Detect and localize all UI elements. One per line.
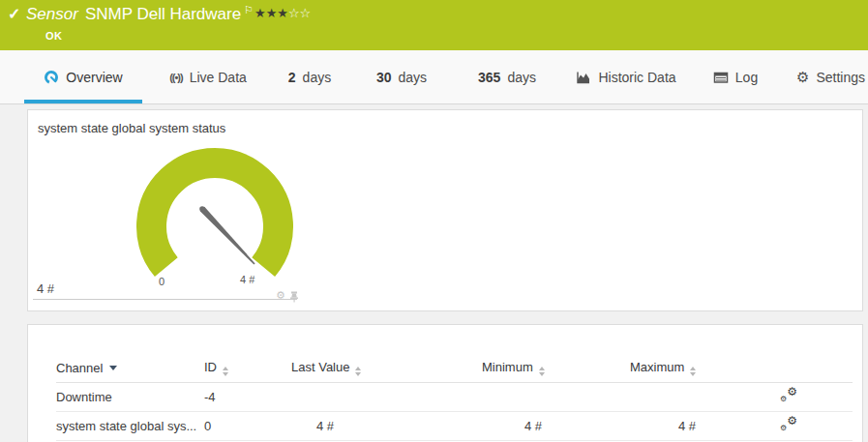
cell-channel[interactable]: system state global sys... bbox=[56, 412, 204, 441]
column-label: ID bbox=[204, 360, 217, 374]
tab-number: 365 bbox=[478, 70, 500, 85]
column-header-channel[interactable]: Channel bbox=[56, 354, 204, 383]
gauge-needle bbox=[200, 207, 255, 265]
gauge-baseline bbox=[33, 299, 297, 300]
sensor-name: SNMP Dell Hardware bbox=[85, 5, 241, 23]
gauge-scale-min: 0 bbox=[159, 276, 165, 287]
column-header-id[interactable]: ID bbox=[204, 354, 291, 383]
tab-label: days bbox=[507, 70, 536, 85]
gear-icon: ⚙ bbox=[780, 396, 787, 403]
tab-label: days bbox=[303, 70, 332, 85]
page-title: SensorSNMP Dell Hardware⚐ bbox=[26, 5, 254, 24]
sensor-tab-bar: Overview ((•)) Live Data 2 days 30 days … bbox=[0, 50, 868, 104]
tab-settings[interactable]: ⚙ Settings bbox=[793, 50, 868, 103]
tab-label: Live Data bbox=[190, 70, 247, 85]
tab-30-days[interactable]: 30 days bbox=[362, 50, 441, 103]
tab-number: 2 bbox=[288, 70, 296, 85]
gauge-scale-max: 4 # bbox=[240, 274, 254, 285]
table-header-row: Channel ID Last Value Minimum Maximum bbox=[56, 354, 853, 383]
tab-historic-data[interactable]: Historic Data bbox=[569, 50, 683, 103]
gear-icon: ⚙ bbox=[787, 415, 797, 427]
gauge-current-value: 4 # bbox=[37, 281, 54, 296]
tab-label: Overview bbox=[66, 70, 122, 85]
tab-2-days[interactable]: 2 days bbox=[274, 50, 345, 103]
column-header-maximum[interactable]: Maximum bbox=[630, 354, 780, 383]
gear-icon: ⚙ bbox=[796, 70, 809, 84]
column-header-last-value[interactable]: Last Value bbox=[291, 354, 482, 383]
gauge-icon bbox=[44, 70, 59, 85]
cell-maximum: 4 # bbox=[630, 412, 780, 441]
gauge-widget-panel: system state global system status 0 4 # … bbox=[27, 109, 863, 311]
cell-channel[interactable]: Downtime bbox=[56, 383, 204, 412]
tab-label: Settings bbox=[816, 70, 865, 85]
column-label: Last Value bbox=[291, 360, 349, 374]
cell-maximum bbox=[630, 383, 780, 412]
sort-icon bbox=[223, 367, 228, 376]
widget-gear-icon[interactable]: ⚙ bbox=[276, 290, 285, 301]
historic-chart-icon bbox=[576, 70, 591, 85]
sensor-status-header: ✓ SensorSNMP Dell Hardware⚐ ★★★☆☆ OK bbox=[0, 0, 868, 50]
tab-overview[interactable]: Overview bbox=[24, 50, 142, 103]
cell-minimum bbox=[482, 383, 630, 412]
table-row[interactable]: system state global sys... 0 4 # 4 # 4 #… bbox=[56, 412, 853, 441]
column-label: Minimum bbox=[482, 360, 533, 374]
gear-icon: ⚙ bbox=[787, 386, 797, 398]
sort-icon bbox=[355, 367, 361, 376]
cell-minimum: 4 # bbox=[482, 412, 630, 441]
log-icon bbox=[713, 70, 729, 85]
tab-label: Historic Data bbox=[598, 70, 675, 85]
column-label: Maximum bbox=[630, 360, 684, 374]
gauge-arc bbox=[152, 163, 279, 268]
tab-label: Log bbox=[735, 70, 758, 85]
channel-table-panel: Channel ID Last Value Minimum Maximum bbox=[27, 324, 863, 442]
status-badge: OK bbox=[45, 30, 63, 42]
channel-table: Channel ID Last Value Minimum Maximum bbox=[56, 354, 853, 441]
sort-icon bbox=[690, 367, 696, 376]
column-header-actions bbox=[780, 354, 853, 383]
widget-pin-icon[interactable] bbox=[289, 291, 299, 303]
flag-icon[interactable]: ⚐ bbox=[244, 4, 254, 15]
priority-stars-empty: ☆☆ bbox=[288, 6, 311, 20]
gauge-needle-pivot bbox=[199, 206, 205, 212]
sort-icon bbox=[539, 367, 545, 376]
tab-label: days bbox=[399, 70, 428, 85]
cell-last-value: 4 # bbox=[291, 412, 482, 441]
tab-log[interactable]: Log bbox=[705, 50, 765, 103]
cell-id: 0 bbox=[204, 412, 291, 441]
priority-stars-filled: ★★★ bbox=[254, 6, 288, 20]
channel-settings-icon[interactable]: ⚙ ⚙ bbox=[780, 388, 797, 403]
table-row[interactable]: Downtime -4 ⚙ ⚙ bbox=[56, 383, 853, 412]
gear-icon: ⚙ bbox=[780, 425, 787, 432]
tab-live-data[interactable]: ((•)) Live Data bbox=[155, 50, 261, 103]
column-header-minimum[interactable]: Minimum bbox=[482, 354, 630, 383]
status-ok-check-icon: ✓ bbox=[8, 5, 20, 23]
priority-stars[interactable]: ★★★☆☆ bbox=[254, 6, 311, 20]
tab-number: 30 bbox=[376, 70, 392, 85]
cell-last-value bbox=[291, 383, 482, 412]
column-label: Channel bbox=[56, 361, 103, 375]
channel-settings-icon[interactable]: ⚙ ⚙ bbox=[780, 417, 797, 432]
sort-desc-icon bbox=[109, 366, 117, 370]
object-kind-label: Sensor bbox=[26, 5, 78, 23]
cell-id: -4 bbox=[204, 383, 291, 412]
tab-365-days[interactable]: 365 days bbox=[463, 50, 552, 103]
